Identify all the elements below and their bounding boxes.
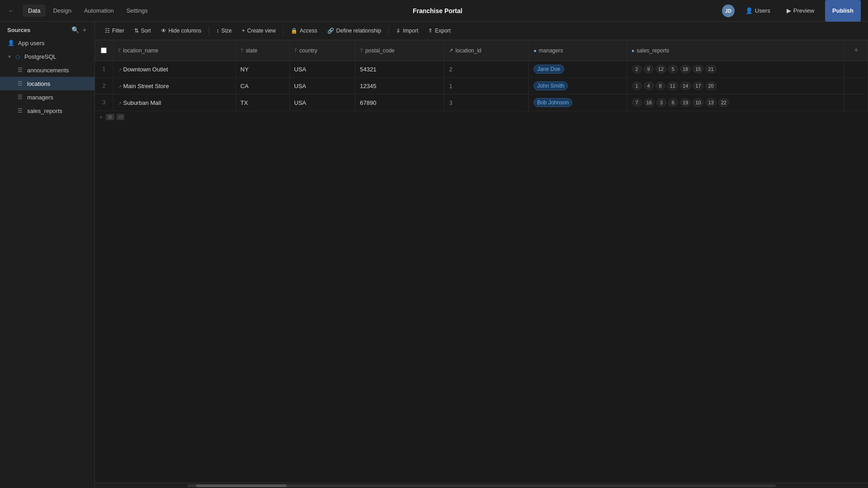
scrollbar-thumb[interactable] [196, 484, 287, 487]
select-all-checkbox[interactable] [101, 47, 107, 53]
cell-location-id: 2 [444, 61, 529, 78]
col-checkbox [95, 40, 113, 61]
create-view-button[interactable]: + Create view [237, 25, 280, 36]
publish-button[interactable]: Publish [825, 0, 861, 22]
sales-badge[interactable]: 20 [705, 82, 716, 90]
col-add[interactable]: + [844, 40, 868, 61]
scrollbar-track [187, 484, 776, 487]
col-state[interactable]: T state [236, 40, 289, 61]
define-relationship-button[interactable]: 🔗 Define relationship [323, 25, 386, 36]
col-location-name[interactable]: T location_name [113, 40, 236, 61]
sales-badge[interactable]: 9 [644, 65, 654, 73]
sales-badge[interactable]: 6 [668, 99, 678, 107]
tab-design[interactable]: Design [47, 5, 76, 17]
sort-button[interactable]: ⇅ Sort [130, 25, 156, 36]
sales-badge[interactable]: 11 [667, 82, 678, 90]
nav-tabs: Data Design Automation Settings [23, 5, 153, 17]
add-source-button[interactable]: + [82, 25, 87, 34]
back-button[interactable]: ← [7, 6, 15, 15]
cell-location-name[interactable]: ↗Downtown Outlet [113, 61, 236, 78]
sales-badge[interactable]: 10 [693, 99, 703, 107]
add-row-button[interactable]: + ⌘ ⏎ [95, 111, 868, 123]
tab-automation[interactable]: Automation [79, 5, 119, 17]
manager-badge[interactable]: Jane Doe [533, 65, 564, 74]
sales-badge[interactable]: 4 [644, 82, 654, 90]
sidebar-item-locations[interactable]: ☰ locations [0, 77, 94, 90]
sales-badge[interactable]: 1 [632, 82, 642, 90]
col-location-id[interactable]: ↗ location_id [444, 40, 529, 61]
size-button[interactable]: ↕ Size [212, 25, 236, 36]
preview-button[interactable]: ▶ Preview [781, 5, 820, 16]
table-row: 1 ↗Downtown Outlet NY USA 54321 2 Jane D… [95, 61, 868, 78]
cell-state: NY [236, 61, 289, 78]
access-button[interactable]: 🔒 Access [286, 25, 322, 36]
text-type-icon: T [118, 48, 121, 53]
sales-badge[interactable]: 17 [693, 82, 703, 90]
cell-postal-code: 12345 [355, 78, 444, 94]
manager-badge[interactable]: John Smith [533, 81, 568, 90]
horizontal-scrollbar[interactable] [95, 483, 868, 488]
cell-location-name[interactable]: ↗Main Street Store [113, 78, 236, 94]
create-view-icon: + [242, 28, 245, 34]
add-column-button[interactable]: + [849, 44, 863, 57]
sales-badge[interactable]: 5 [668, 65, 678, 73]
sales-badge[interactable]: 19 [680, 99, 691, 107]
sales-badge[interactable]: 13 [705, 99, 716, 107]
search-sources-button[interactable]: 🔍 [71, 25, 80, 34]
cell-empty [844, 94, 868, 111]
import-button[interactable]: ⇓ Import [392, 25, 423, 36]
sort-icon: ⇅ [134, 28, 139, 34]
sales-tags: 29125181521 [632, 65, 840, 74]
col-managers[interactable]: ● managers [529, 40, 627, 61]
text-type-icon-3: T [294, 48, 297, 53]
cell-location-name[interactable]: ↗Suburban Mall [113, 94, 236, 111]
sales-badge[interactable]: 18 [680, 65, 691, 73]
expand-icon[interactable]: ↗ [118, 84, 122, 89]
content-area: ☷ Filter ⇅ Sort 👁 Hide columns ↕ Size + … [95, 22, 868, 488]
expand-icon[interactable]: ↗ [118, 101, 122, 106]
sidebar-item-postgresql[interactable]: ▼ ◇ PostgreSQL [0, 50, 94, 63]
toolbar-sep-2 [283, 26, 283, 35]
sidebar-item-app-users[interactable]: 👤 App users [0, 36, 94, 50]
top-nav: ← Data Design Automation Settings Franch… [0, 0, 868, 22]
col-country[interactable]: T country [289, 40, 355, 61]
hide-columns-button[interactable]: 👁 Hide columns [156, 25, 206, 36]
chevron-down-icon: ▼ [7, 54, 12, 59]
sales-badge[interactable]: 7 [632, 99, 642, 107]
sales-badge[interactable]: 12 [656, 65, 666, 73]
sales-badge[interactable]: 8 [656, 82, 665, 90]
sales-badge[interactable]: 16 [644, 99, 655, 107]
link-type-icon: ↗ [449, 47, 453, 53]
sales-badge[interactable]: 3 [656, 99, 666, 107]
sales-badge[interactable]: 22 [718, 99, 729, 107]
users-button[interactable]: 👤 Users [740, 5, 776, 16]
col-postal-code[interactable]: T postal_code [355, 40, 444, 61]
size-icon: ↕ [216, 28, 219, 34]
hide-icon: 👁 [161, 28, 166, 34]
table-container: T location_name T state [95, 40, 868, 483]
export-button[interactable]: ⇑ Export [424, 25, 455, 36]
sidebar-item-sales-reports[interactable]: ☰ sales_reports [0, 104, 94, 117]
col-sales-reports[interactable]: ● sales_reports [627, 40, 844, 61]
postgresql-icon: ◇ [14, 53, 22, 60]
tab-settings[interactable]: Settings [121, 5, 153, 17]
row-number: 3 [95, 94, 113, 111]
expand-icon[interactable]: ↗ [118, 67, 122, 72]
toolbar: ☷ Filter ⇅ Sort 👁 Hide columns ↕ Size + … [95, 22, 868, 40]
sidebar-item-managers[interactable]: ☰ managers [0, 90, 94, 104]
users-icon: 👤 [745, 7, 753, 14]
table-row: 2 ↗Main Street Store CA USA 12345 1 John… [95, 78, 868, 94]
tab-data[interactable]: Data [23, 5, 46, 17]
sales-badge[interactable]: 15 [693, 65, 703, 73]
sales-badge[interactable]: 2 [632, 65, 642, 73]
cell-empty [844, 78, 868, 94]
sales-tags: 7163619101322 [632, 98, 840, 107]
filter-button[interactable]: ☷ Filter [100, 25, 129, 36]
avatar: JD [722, 5, 735, 17]
sales-badge[interactable]: 14 [680, 82, 691, 90]
lock-icon: 🔒 [291, 28, 297, 34]
sales-badge[interactable]: 21 [705, 65, 716, 73]
sidebar: Sources 🔍 + 👤 App users ▼ ◇ PostgreSQL ☰… [0, 22, 95, 488]
sidebar-item-announcements[interactable]: ☰ announcements [0, 63, 94, 77]
manager-badge[interactable]: Bob Johnson [533, 98, 572, 107]
